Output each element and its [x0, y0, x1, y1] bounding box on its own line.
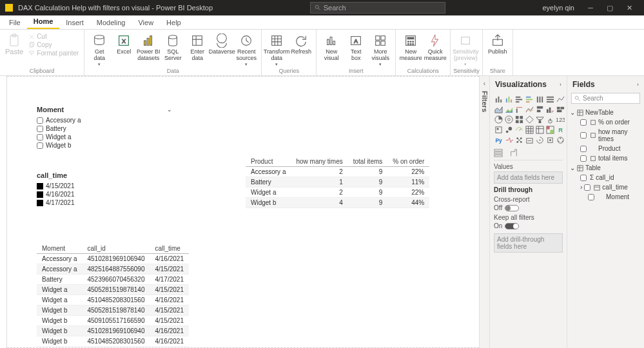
- table-row[interactable]: Widget b45052815198781404/15/2021: [37, 305, 189, 316]
- table-row[interactable]: Battery45239660704563204/17/2021: [37, 275, 189, 285]
- close-button[interactable]: ✕: [620, 4, 639, 12]
- cross-report-toggle[interactable]: [505, 205, 519, 211]
- viz-type-button[interactable]: [545, 135, 554, 144]
- table-row[interactable]: Widget b45091055171665904/15/2021: [37, 316, 189, 326]
- viz-type-button[interactable]: [535, 94, 544, 103]
- table-table[interactable]: ⌄Table: [570, 163, 641, 173]
- summary-table-visual[interactable]: Product how many times total items % on …: [246, 157, 429, 208]
- viz-type-button[interactable]: [535, 104, 544, 113]
- tab-view[interactable]: View: [132, 16, 160, 29]
- filters-pane-collapsed[interactable]: ‹ Filters: [479, 76, 489, 348]
- search-box[interactable]: Search: [310, 2, 445, 14]
- field-pct-on-order[interactable]: % on order: [570, 117, 641, 127]
- view-switcher[interactable]: [0, 76, 7, 348]
- field-product[interactable]: Product: [570, 144, 641, 153]
- viz-type-button[interactable]: [525, 125, 534, 134]
- publish-button[interactable]: Publish: [485, 31, 510, 55]
- viz-type-button[interactable]: [514, 125, 523, 134]
- viz-type-button[interactable]: [535, 125, 544, 134]
- viz-type-button[interactable]: [494, 94, 503, 103]
- table-row[interactable]: Widget b4944%: [246, 198, 429, 208]
- new-visual-button[interactable]: Newvisual: [319, 31, 344, 62]
- excel-button[interactable]: XExcel: [112, 31, 136, 55]
- checkbox[interactable]: [37, 142, 43, 149]
- pbi-datasets-button[interactable]: Power BIdatasets: [136, 31, 161, 62]
- tab-file[interactable]: File: [3, 16, 27, 29]
- slicer-calltime[interactable]: call_time 4/15/20214/16/20214/17/2021: [37, 171, 140, 207]
- col-product[interactable]: Product: [246, 157, 291, 167]
- field-call-id[interactable]: Σcall_id: [570, 173, 641, 182]
- chevron-right-icon[interactable]: ›: [560, 81, 561, 88]
- quick-measure-button[interactable]: Quickmeasure: [423, 31, 447, 62]
- chevron-down-icon[interactable]: ⌄: [167, 106, 172, 113]
- slicer-item[interactable]: Battery: [37, 124, 172, 133]
- values-well[interactable]: Add data fields here: [494, 171, 563, 184]
- col-hmt[interactable]: how many times: [291, 157, 347, 167]
- field-moment[interactable]: Moment: [570, 192, 641, 202]
- slicer-item[interactable]: Widget b: [37, 141, 172, 150]
- keep-filters-toggle[interactable]: [505, 223, 519, 229]
- viz-type-button[interactable]: [535, 115, 544, 124]
- viz-type-button[interactable]: [545, 115, 554, 124]
- viz-type-button[interactable]: Py: [494, 135, 503, 144]
- table-row[interactable]: Widget b45104852083015604/16/2021: [37, 336, 189, 347]
- col-calltime[interactable]: call_time: [150, 244, 189, 254]
- col-moment[interactable]: Moment: [37, 244, 82, 254]
- tab-modeling[interactable]: Modeling: [90, 16, 132, 29]
- field-total-items[interactable]: total items: [570, 153, 641, 163]
- enter-data-button[interactable]: Enterdata: [185, 31, 210, 62]
- dataverse-button[interactable]: Dataverse: [210, 31, 234, 55]
- viz-type-button[interactable]: [525, 94, 534, 103]
- table-row[interactable]: Widget a45104852083015604/16/2021: [37, 295, 189, 305]
- viz-type-button[interactable]: [556, 135, 565, 144]
- checkbox[interactable]: [37, 126, 43, 132]
- viz-type-button[interactable]: [504, 135, 513, 144]
- viz-type-button[interactable]: [545, 94, 554, 103]
- viz-type-button[interactable]: [514, 94, 523, 103]
- viz-type-button[interactable]: [556, 104, 565, 113]
- checkbox[interactable]: [37, 117, 43, 124]
- col-pct[interactable]: % on order: [387, 157, 429, 167]
- detail-table-visual[interactable]: Moment call_id call_time Accessory a4510…: [37, 244, 189, 347]
- viz-type-button[interactable]: [514, 135, 523, 144]
- table-row[interactable]: Accessory a48251648875560904/15/2021: [37, 264, 189, 275]
- viz-type-button[interactable]: [525, 104, 534, 113]
- field-how-many-times[interactable]: how many times: [570, 127, 641, 144]
- viz-type-button[interactable]: [514, 104, 523, 113]
- table-row[interactable]: Widget a45052815198781404/15/2021: [37, 285, 189, 295]
- viz-type-button[interactable]: R: [556, 125, 565, 134]
- viz-type-button[interactable]: [494, 125, 503, 134]
- viz-type-button[interactable]: [494, 104, 503, 113]
- tab-insert[interactable]: Insert: [59, 16, 90, 29]
- viz-type-button[interactable]: [504, 104, 513, 113]
- viz-type-button[interactable]: [525, 135, 534, 144]
- slicer-item[interactable]: 4/15/2021: [37, 182, 140, 190]
- table-row[interactable]: Widget b45102819691069404/16/2021: [37, 326, 189, 336]
- tab-home[interactable]: Home: [27, 15, 60, 29]
- get-data-button[interactable]: Getdata▾: [87, 31, 112, 67]
- viz-type-button[interactable]: [494, 115, 503, 124]
- viz-type-button[interactable]: [504, 115, 513, 124]
- slicer-item[interactable]: 4/17/2021: [37, 198, 140, 207]
- viz-type-button[interactable]: [545, 104, 554, 113]
- col-callid[interactable]: call_id: [82, 244, 150, 254]
- report-canvas[interactable]: Moment⌄ Accessory aBatteryWidget aWidget…: [7, 76, 479, 348]
- viz-type-button[interactable]: [535, 135, 544, 144]
- table-row[interactable]: Accessory a2922%: [246, 167, 429, 177]
- viz-type-button[interactable]: 123: [556, 115, 565, 124]
- col-total[interactable]: total items: [348, 157, 388, 167]
- fields-well-icon[interactable]: [494, 148, 503, 157]
- recent-sources-button[interactable]: Recentsources▾: [234, 31, 259, 67]
- minimize-button[interactable]: ─: [581, 4, 600, 12]
- table-newtable[interactable]: ⌄NewTable: [570, 108, 641, 117]
- fields-search[interactable]: Search: [571, 93, 640, 104]
- tab-help[interactable]: Help: [160, 16, 188, 29]
- more-visuals-button[interactable]: Morevisuals▾: [368, 31, 393, 67]
- format-well-icon[interactable]: [509, 148, 518, 157]
- viz-type-button[interactable]: [525, 115, 534, 124]
- drillthrough-well[interactable]: Add drill-through fields here: [494, 233, 563, 253]
- slicer-moment[interactable]: Moment⌄ Accessory aBatteryWidget aWidget…: [37, 106, 172, 150]
- text-box-button[interactable]: ATextbox: [344, 31, 368, 62]
- slicer-item[interactable]: Accessory a: [37, 116, 172, 124]
- sql-server-button[interactable]: SQLServer: [161, 31, 185, 62]
